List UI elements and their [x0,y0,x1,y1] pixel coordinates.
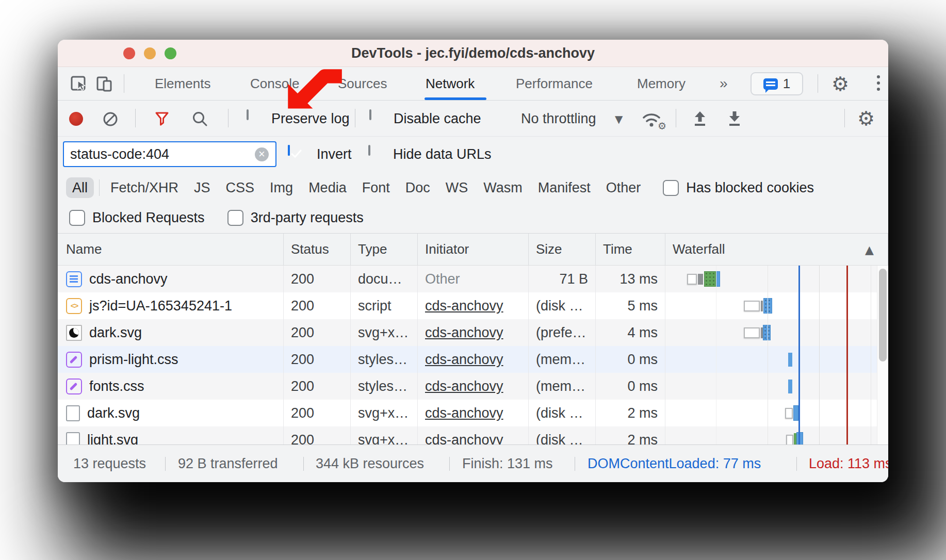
search-icon[interactable] [191,110,209,128]
request-time: 2 ms [596,426,665,444]
filter-chip-css[interactable]: CSS [218,177,263,198]
tab-performance[interactable]: Performance [516,67,593,100]
filter-chip-wasm[interactable]: Wasm [476,177,530,198]
request-time: 13 ms [596,266,665,292]
request-type: script [351,292,418,319]
filter-chip-other[interactable]: Other [598,177,649,198]
request-initiator-link[interactable]: cds-anchovy [425,298,503,314]
table-row[interactable]: light.svg 200 svg+x… cds-anchovy (disk …… [58,426,888,444]
filter-chip-ws[interactable]: WS [438,177,476,198]
filter-chip-js[interactable]: JS [186,177,218,198]
column-header-name[interactable]: Name [58,234,284,265]
network-conditions-icon[interactable]: ⚙ [640,108,663,129]
request-time: 0 ms [596,373,665,400]
disable-cache-label: Disable cache [394,101,481,137]
tab-elements[interactable]: Elements [155,67,210,100]
import-har-icon[interactable] [690,109,710,128]
clear-network-log-icon[interactable] [101,110,120,128]
request-type: svg+x… [351,400,418,426]
request-status: 200 [284,292,351,319]
table-scrollbar[interactable] [877,266,888,444]
request-type: docu… [351,266,418,292]
more-options-icon[interactable] [877,75,880,91]
filter-chip-img[interactable]: Img [262,177,301,198]
blocked-requests-checkbox[interactable] [69,210,85,226]
waterfall-cell [665,292,888,319]
table-row[interactable]: dark.svg 200 svg+x… cds-anchovy (disk … … [58,400,888,426]
tab-sources[interactable]: Sources [338,67,387,100]
invert-checkbox[interactable] [288,145,290,156]
request-status: 200 [284,373,351,400]
clear-filter-icon[interactable]: × [255,147,269,161]
column-header-status[interactable]: Status [284,234,351,265]
requests-table-body: cds-anchovy 200 docu… Other 71 B 13 ms <… [58,266,888,444]
request-size: (mem… [529,373,596,400]
table-row[interactable]: fonts.css 200 styles… cds-anchovy (mem… … [58,373,888,400]
request-initiator: Other [425,271,460,287]
image-placeholder-icon [66,432,80,445]
script-icon: <> [66,298,82,314]
network-toolbar: Preserve log Disable cache No throttling… [58,101,888,137]
request-status: 200 [284,266,351,292]
toggle-device-toolbar-icon[interactable] [95,74,114,93]
network-summary-bar: 13 requests 92 B transferred 344 kB reso… [58,444,888,482]
tab-memory[interactable]: Memory [637,67,686,100]
request-initiator-link[interactable]: cds-anchovy [425,325,503,340]
filter-chip-media[interactable]: Media [301,177,354,198]
request-name: dark.svg [89,319,142,346]
issues-badge[interactable]: 1 [751,72,803,95]
record-network-log-button[interactable] [69,112,83,126]
devtools-tabbar: Elements Console Sources Network Perform… [58,67,888,101]
table-row[interactable]: prism-light.css 200 styles… cds-anchovy … [58,346,888,373]
request-initiator-link[interactable]: cds-anchovy [425,432,503,444]
filter-chip-font[interactable]: Font [354,177,398,198]
image-placeholder-icon [66,405,80,421]
request-initiator-link[interactable]: cds-anchovy [425,352,503,367]
column-header-initiator[interactable]: Initiator [418,234,529,265]
more-tabs-chevron-icon[interactable]: » [720,67,728,100]
network-settings-gear-icon[interactable]: ⚙ [857,109,875,128]
settings-gear-icon[interactable]: ⚙ [831,74,849,94]
devtools-window: DevTools - jec.fyi/demo/cds-anchovy Elem… [58,40,888,482]
throttling-caret-icon[interactable]: ▼ [615,113,623,125]
request-type: svg+x… [351,319,418,346]
preserve-log-checkbox[interactable] [247,109,249,120]
stylesheet-icon [66,352,82,368]
third-party-requests-checkbox[interactable] [227,210,243,226]
request-time: 2 ms [596,400,665,426]
request-initiator-link[interactable]: cds-anchovy [425,378,503,394]
column-header-waterfall[interactable]: Waterfall [665,234,888,265]
invert-label: Invert [317,146,352,162]
window-title: DevTools - jec.fyi/demo/cds-anchovy [58,40,888,67]
column-header-time[interactable]: Time [596,234,665,265]
throttling-select[interactable]: No throttling [521,101,596,137]
column-header-size[interactable]: Size [529,234,596,265]
filter-chip-manifest[interactable]: Manifest [530,177,598,198]
requests-count: 13 requests [73,445,146,482]
filter-chip-fetch-xhr[interactable]: Fetch/XHR [103,177,186,198]
table-row[interactable]: <>js?id=UA-165345241-1 200 script cds-an… [58,292,888,319]
has-blocked-cookies-checkbox[interactable] [663,180,679,196]
tab-network[interactable]: Network [426,67,475,100]
scrollbar-thumb[interactable] [879,269,887,361]
waterfall-cell [665,373,888,400]
column-header-type[interactable]: Type [351,234,418,265]
sort-ascending-icon[interactable]: ▲ [865,234,874,266]
filter-chip-doc[interactable]: Doc [398,177,438,198]
filter-funnel-icon[interactable] [153,110,171,128]
toolbar-divider [355,109,355,127]
tab-console[interactable]: Console [250,67,299,100]
filter-input[interactable] [63,141,276,167]
inspect-element-icon[interactable] [70,74,88,93]
dom-content-loaded-time: DOMContentLoaded: 77 ms [588,445,761,482]
moon-favicon [66,325,82,341]
table-row[interactable]: dark.svg 200 svg+x… cds-anchovy (prefe… … [58,319,888,346]
filter-chip-all[interactable]: All [66,177,94,198]
message-icon [763,78,778,90]
extra-filters-bar: Blocked Requests 3rd-party requests [58,203,888,233]
table-row[interactable]: cds-anchovy 200 docu… Other 71 B 13 ms [58,266,888,292]
export-har-icon[interactable] [725,109,744,128]
hide-data-urls-checkbox[interactable] [368,145,370,156]
request-initiator-link[interactable]: cds-anchovy [425,405,503,421]
disable-cache-checkbox[interactable] [369,109,371,120]
